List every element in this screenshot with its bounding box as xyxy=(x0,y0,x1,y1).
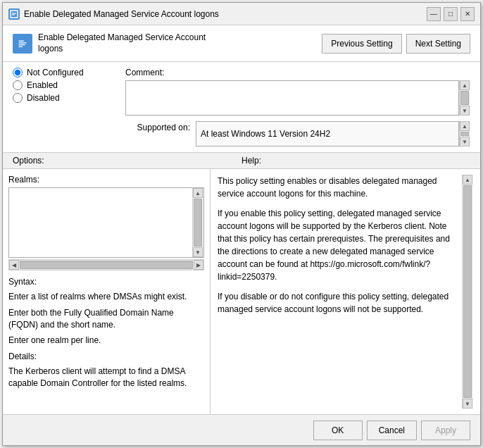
window-icon xyxy=(8,8,20,20)
help-scroll-up[interactable]: ▲ xyxy=(463,175,472,185)
supported-scrollbar[interactable]: ▲ ▼ xyxy=(459,121,470,147)
main-window: Enable Delegated Managed Service Account… xyxy=(2,2,481,446)
scroll-right-arrow[interactable]: ▶ xyxy=(194,260,203,270)
realms-scroll-thumb[interactable] xyxy=(194,199,202,247)
config-section: Not Configured Enabled Disabled Comment:… xyxy=(3,62,480,153)
radio-group: Not Configured Enabled Disabled xyxy=(13,68,125,147)
realms-scroll-up[interactable]: ▲ xyxy=(193,188,203,198)
scroll-thumb[interactable] xyxy=(460,91,469,105)
scroll-down-arrow2[interactable]: ▼ xyxy=(460,137,470,147)
dialog-title: Enable Delegated Managed Service Account… xyxy=(38,32,224,54)
disabled-label[interactable]: Disabled xyxy=(27,93,60,103)
help-scroll-thumb[interactable] xyxy=(463,185,472,398)
policy-icon xyxy=(13,34,32,54)
options-panel: Realms: ▲ ▼ ◀ ▶ Syntax: Enter a list of … xyxy=(3,169,211,414)
options-help-bar: Options: Help: xyxy=(3,153,480,169)
supported-label: Supported on: xyxy=(125,121,196,132)
svg-rect-3 xyxy=(18,38,27,48)
close-button[interactable]: ✕ xyxy=(460,7,475,21)
realms-box: ▲ ▼ xyxy=(8,187,204,258)
radio-disabled[interactable]: Disabled xyxy=(13,93,125,103)
scroll-thumb2[interactable] xyxy=(460,132,469,136)
dialog-header: Enable Delegated Managed Service Account… xyxy=(3,25,480,62)
realms-scrollbar-h[interactable]: ◀ ▶ xyxy=(8,259,204,270)
not-configured-label[interactable]: Not Configured xyxy=(27,68,84,77)
help-text: This policy setting enables or disables … xyxy=(218,175,462,409)
previous-setting-button[interactable]: Previous Setting xyxy=(322,34,401,54)
header-buttons: Previous Setting Next Setting xyxy=(322,34,470,54)
scroll-up-arrow2[interactable]: ▲ xyxy=(460,121,470,131)
help-para-2: If you enable this policy setting, deleg… xyxy=(218,207,462,283)
comment-label: Comment: xyxy=(125,68,470,77)
syntax-line-1: Enter a list of realms where DMSAs might… xyxy=(8,291,204,303)
scroll-left-arrow[interactable]: ◀ xyxy=(9,260,19,270)
syntax-line-3: Enter one realm per line. xyxy=(8,335,204,347)
realms-textarea[interactable] xyxy=(9,188,192,257)
syntax-section: Syntax: Enter a list of realms where DMS… xyxy=(8,276,204,409)
svg-rect-5 xyxy=(19,42,27,43)
supported-box-wrapper: At least Windows 11 Version 24H2 ▲ ▼ xyxy=(196,121,470,147)
scroll-up-arrow[interactable]: ▲ xyxy=(460,80,470,90)
help-para-1: This policy setting enables or disables … xyxy=(218,175,462,200)
svg-rect-4 xyxy=(19,40,24,41)
comment-textarea[interactable] xyxy=(125,80,459,116)
supported-value: At least Windows 11 Version 24H2 xyxy=(196,121,459,147)
comment-box-wrapper: ▲ ▼ xyxy=(125,80,470,116)
title-controls: — □ ✕ xyxy=(427,7,475,21)
syntax-line-2: Enter both the Fully Qualified Domain Na… xyxy=(8,307,204,331)
comment-scrollbar[interactable]: ▲ ▼ xyxy=(459,80,470,116)
comment-area: Comment: ▲ ▼ Supported on: At least Wind… xyxy=(125,68,470,147)
enabled-label[interactable]: Enabled xyxy=(27,80,58,90)
help-para-3: If you disable or do not configure this … xyxy=(218,290,462,316)
svg-rect-6 xyxy=(19,44,25,44)
svg-rect-0 xyxy=(11,11,18,18)
apply-button[interactable]: Apply xyxy=(421,421,470,440)
supported-row: Supported on: At least Windows 11 Versio… xyxy=(125,121,470,147)
details-header: Details: xyxy=(8,351,204,363)
radio-enabled[interactable]: Enabled xyxy=(13,80,125,90)
maximize-button[interactable]: □ xyxy=(444,7,458,21)
radio-not-configured[interactable]: Not Configured xyxy=(13,68,125,77)
options-label: Options: xyxy=(13,156,242,166)
footer: OK Cancel Apply xyxy=(3,414,480,445)
next-setting-button[interactable]: Next Setting xyxy=(406,34,470,54)
scroll-down-arrow[interactable]: ▼ xyxy=(460,106,470,116)
header-left: Enable Delegated Managed Service Account… xyxy=(13,32,224,54)
help-panel: This policy setting enables or disables … xyxy=(211,169,480,414)
syntax-header: Syntax: xyxy=(8,276,204,288)
realms-scroll-down[interactable]: ▼ xyxy=(193,247,203,257)
title-bar: Enable Delegated Managed Service Account… xyxy=(3,3,480,25)
help-scrollbar[interactable]: ▲ ▼ xyxy=(462,175,473,409)
window-title: Enable Delegated Managed Service Account… xyxy=(24,9,219,19)
realms-label: Realms: xyxy=(8,175,204,185)
title-bar-left: Enable Delegated Managed Service Account… xyxy=(8,8,219,20)
help-label: Help: xyxy=(242,156,470,166)
ok-button[interactable]: OK xyxy=(313,421,363,440)
svg-rect-7 xyxy=(19,46,23,46)
scroll-h-thumb[interactable] xyxy=(20,261,193,269)
cancel-button[interactable]: Cancel xyxy=(367,421,417,440)
minimize-button[interactable]: — xyxy=(427,7,441,21)
help-content: This policy setting enables or disables … xyxy=(218,175,473,409)
details-text: The Kerberos client will attempt to find… xyxy=(8,366,204,390)
help-scroll-down[interactable]: ▼ xyxy=(463,399,472,409)
realms-scrollbar-h-wrapper: ◀ ▶ xyxy=(8,259,204,270)
main-content: Realms: ▲ ▼ ◀ ▶ Syntax: Enter a list of … xyxy=(3,169,480,414)
realms-scrollbar-v[interactable]: ▲ ▼ xyxy=(192,188,203,257)
